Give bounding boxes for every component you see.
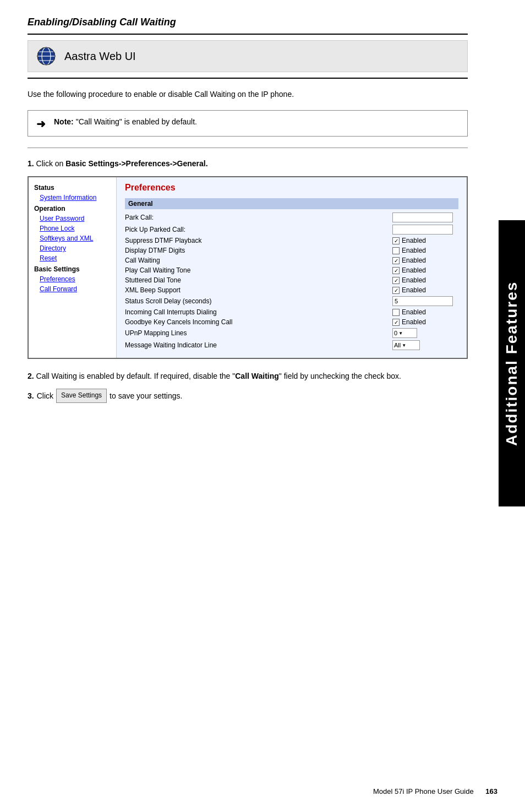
pref-row-play-call-waiting: Play Call Waiting Tone ✓ Enabled <box>125 266 458 274</box>
pref-row-park-call: Park Call: <box>125 212 458 222</box>
note-content: "Call Waiting" is enabled by default. <box>76 117 197 126</box>
page-title: Enabling/Disabling Call Waiting <box>28 17 468 28</box>
footer-page: 163 <box>485 787 497 795</box>
pref-value-stuttered-dial: ✓ Enabled <box>392 276 458 284</box>
pref-label-call-waiting: Call Waiting <box>125 257 392 264</box>
side-tab-additional-features: Additional Features <box>499 220 525 506</box>
step3-prefix: Click <box>37 390 53 402</box>
suppress-dtmf-label: Enabled <box>402 237 426 244</box>
upnp-select-arrow: ▼ <box>398 331 403 336</box>
pref-label-stuttered-dial: Stuttered Dial Tone <box>125 276 392 284</box>
step3-suffix: to save your settings. <box>110 390 182 402</box>
pref-row-suppress-dtmf: Suppress DTMF Playback ✓ Enabled <box>125 237 458 244</box>
sidebar: Status System Information Operation User… <box>29 177 117 358</box>
goodbye-key-label: Enabled <box>402 318 426 326</box>
pref-row-incoming-interrupt: Incoming Call Interrupts Dialing Enabled <box>125 308 458 316</box>
pref-label-goodbye-key: Goodbye Key Cancels Incoming Call <box>125 318 392 326</box>
pref-value-play-call-waiting: ✓ Enabled <box>392 266 458 274</box>
bottom-divider <box>28 78 468 79</box>
note-arrow-icon: ➜ <box>36 117 46 130</box>
status-scroll-input[interactable] <box>392 296 453 306</box>
sidebar-item-preferences[interactable]: Preferences <box>29 274 116 284</box>
step2-bold: Call Waiting <box>235 372 279 380</box>
xml-beep-checkbox[interactable]: ✓ <box>392 287 400 294</box>
play-call-waiting-label: Enabled <box>402 266 426 274</box>
stuttered-dial-label: Enabled <box>402 276 426 284</box>
sidebar-item-user-password[interactable]: User Password <box>29 214 116 224</box>
sidebar-status-label: Status <box>29 182 116 193</box>
pref-value-suppress-dtmf: ✓ Enabled <box>392 237 458 244</box>
pref-value-upnp: 0 ▼ <box>392 328 458 338</box>
stuttered-dial-checkbox[interactable]: ✓ <box>392 277 400 284</box>
general-header: General <box>125 198 458 209</box>
pref-label-mwi: Message Waiting Indicator Line <box>125 341 392 349</box>
step2-num: 2. <box>28 372 34 380</box>
step3-text-container: 3. Click Save Settings to save your sett… <box>28 389 468 402</box>
web-ui-screenshot: Status System Information Operation User… <box>28 176 468 359</box>
section-divider <box>28 148 468 148</box>
note-text: Note: "Call Waiting" is enabled by defau… <box>54 116 197 128</box>
mwi-select-arrow: ▼ <box>402 343 406 348</box>
call-waiting-checkbox[interactable]: ✓ <box>392 257 400 264</box>
pref-label-display-dtmf: Display DTMF Digits <box>125 247 392 254</box>
aastra-banner: Aastra Web UI <box>28 40 468 72</box>
pref-label-suppress-dtmf: Suppress DTMF Playback <box>125 237 392 244</box>
pref-value-mwi: All ▼ <box>392 340 458 350</box>
pref-row-display-dtmf: Display DTMF Digits Enabled <box>125 247 458 254</box>
aastra-globe-icon <box>36 46 56 66</box>
pref-label-pickup: Pick Up Parked Call: <box>125 226 392 233</box>
pref-row-xml-beep: XML Beep Support ✓ Enabled <box>125 286 458 294</box>
pref-label-status-scroll: Status Scroll Delay (seconds) <box>125 297 392 305</box>
call-waiting-label: Enabled <box>402 257 426 264</box>
incoming-interrupt-checkbox[interactable] <box>392 309 400 316</box>
mwi-select-value: All <box>394 342 401 348</box>
pref-label-play-call-waiting: Play Call Waiting Tone <box>125 266 392 274</box>
pref-label-incoming-interrupt: Incoming Call Interrupts Dialing <box>125 308 392 316</box>
sidebar-operation-label: Operation <box>29 203 116 214</box>
preferences-title: Preferences <box>125 183 458 193</box>
upnp-select[interactable]: 0 ▼ <box>392 328 417 338</box>
pref-row-pickup: Pick Up Parked Call: <box>125 225 458 235</box>
xml-beep-label: Enabled <box>402 286 426 294</box>
preferences-panel: Preferences General Park Call: Pick Up P… <box>117 177 467 358</box>
note-box: ➜ Note: "Call Waiting" is enabled by def… <box>28 110 468 137</box>
pref-value-incoming-interrupt: Enabled <box>392 308 458 316</box>
step2-prefix: Call Waiting is enabled by default. If r… <box>36 372 236 380</box>
top-divider <box>28 34 468 35</box>
play-call-waiting-checkbox[interactable]: ✓ <box>392 267 400 274</box>
pref-row-stuttered-dial: Stuttered Dial Tone ✓ Enabled <box>125 276 458 284</box>
step2-suffix: " field by unchecking the check box. <box>279 372 401 380</box>
mwi-select[interactable]: All ▼ <box>392 340 420 350</box>
pref-row-status-scroll: Status Scroll Delay (seconds) <box>125 296 458 306</box>
sidebar-item-reset[interactable]: Reset <box>29 253 116 263</box>
pref-value-pickup <box>392 225 458 235</box>
sidebar-item-directory[interactable]: Directory <box>29 243 116 253</box>
sidebar-item-system-information[interactable]: System Information <box>29 193 116 203</box>
goodbye-key-checkbox[interactable]: ✓ <box>392 319 400 326</box>
sidebar-item-softkeys-xml[interactable]: Softkeys and XML <box>29 233 116 243</box>
park-call-input[interactable] <box>392 212 453 222</box>
footer: Model 57i IP Phone User Guide 163 <box>373 787 497 795</box>
pref-label-upnp: UPnP Mapping Lines <box>125 329 392 337</box>
incoming-interrupt-label: Enabled <box>402 308 426 316</box>
pref-label-xml-beep: XML Beep Support <box>125 286 392 294</box>
pref-row-call-waiting: Call Waiting ✓ Enabled <box>125 257 458 264</box>
pref-value-xml-beep: ✓ Enabled <box>392 286 458 294</box>
sidebar-item-phone-lock[interactable]: Phone Lock <box>29 224 116 233</box>
pref-value-park-call <box>392 212 458 222</box>
pickup-input[interactable] <box>392 225 453 235</box>
banner-title: Aastra Web UI <box>64 50 136 63</box>
upnp-select-value: 0 <box>394 330 397 336</box>
step2-text: 2. Call Waiting is enabled by default. I… <box>28 370 468 382</box>
pref-label-park-call: Park Call: <box>125 214 392 221</box>
pref-row-goodbye-key: Goodbye Key Cancels Incoming Call ✓ Enab… <box>125 318 458 326</box>
note-label: Note: <box>54 117 74 126</box>
save-settings-button[interactable]: Save Settings <box>56 389 107 402</box>
footer-text: Model 57i IP Phone User Guide <box>373 787 474 795</box>
pref-row-mwi: Message Waiting Indicator Line All ▼ <box>125 340 458 350</box>
suppress-dtmf-checkbox[interactable]: ✓ <box>392 237 400 244</box>
display-dtmf-checkbox[interactable] <box>392 247 400 254</box>
sidebar-item-call-forward[interactable]: Call Forward <box>29 284 116 294</box>
pref-value-call-waiting: ✓ Enabled <box>392 257 458 264</box>
step3-num: 3. <box>28 390 34 402</box>
